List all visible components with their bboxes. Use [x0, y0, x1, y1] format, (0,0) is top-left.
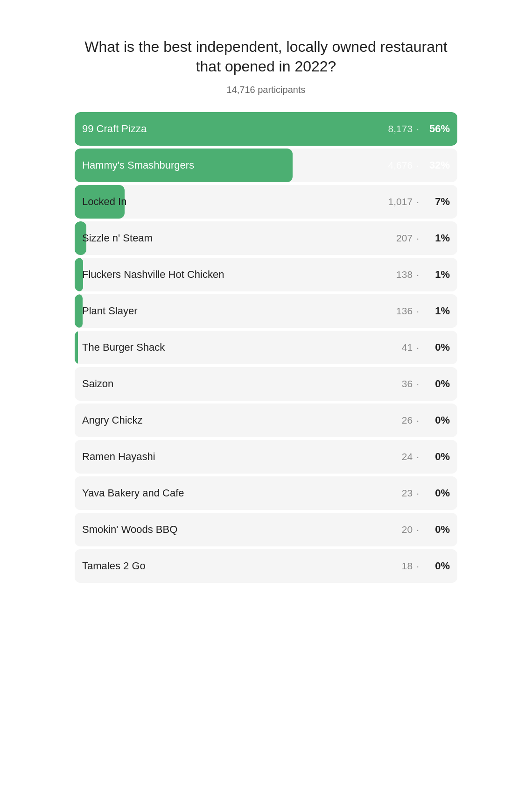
option-dot-smokin-woods: · [416, 524, 419, 535]
option-dot-locked-in: · [416, 196, 419, 207]
option-dot-99-craft-pizza: · [416, 123, 419, 135]
option-count-locked-in: 1,017 [388, 196, 413, 207]
option-pct-plant-slayer: 1% [424, 305, 450, 317]
option-name-tamales-2-go: Tamales 2 Go [82, 560, 402, 572]
poll-row-smokin-woods[interactable]: Smokin' Woods BBQ20 · 0% [75, 513, 457, 546]
option-dot-plant-slayer: · [416, 305, 419, 317]
poll-row-fluckers-nashville[interactable]: Fluckers Nashville Hot Chicken138 · 1% [75, 258, 457, 291]
option-dot-saizon: · [416, 378, 419, 389]
option-count-the-burger-shack: 41 [402, 342, 413, 353]
option-count-tamales-2-go: 18 [402, 560, 413, 572]
poll-row-plant-slayer[interactable]: Plant Slayer136 · 1% [75, 294, 457, 328]
option-count-hammys-smashburgers: 4,676 [388, 160, 413, 171]
bar-fill-the-burger-shack [75, 331, 78, 364]
poll-row-yava-bakery[interactable]: Yava Bakery and Cafe23 · 0% [75, 476, 457, 510]
option-pct-tamales-2-go: 0% [424, 560, 450, 572]
option-count-saizon: 36 [402, 378, 413, 389]
poll-title: What is the best independent, locally ow… [75, 37, 457, 76]
poll-row-the-burger-shack[interactable]: The Burger Shack41 · 0% [75, 331, 457, 364]
poll-row-tamales-2-go[interactable]: Tamales 2 Go18 · 0% [75, 549, 457, 583]
option-count-angry-chickz: 26 [402, 415, 413, 426]
option-pct-sizzle-n-steam: 1% [424, 232, 450, 244]
poll-participants: 14,716 participants [75, 85, 457, 95]
option-name-saizon: Saizon [82, 378, 402, 390]
option-pct-the-burger-shack: 0% [424, 341, 450, 354]
option-count-sizzle-n-steam: 207 [396, 233, 413, 244]
option-count-plant-slayer: 136 [396, 305, 413, 317]
option-count-99-craft-pizza: 8,173 [388, 123, 413, 135]
option-pct-yava-bakery: 0% [424, 487, 450, 499]
option-name-plant-slayer: Plant Slayer [82, 305, 396, 317]
option-dot-ramen-hayashi: · [416, 451, 419, 462]
option-name-fluckers-nashville: Fluckers Nashville Hot Chicken [82, 269, 396, 281]
option-dot-angry-chickz: · [416, 415, 419, 426]
option-pct-fluckers-nashville: 1% [424, 269, 450, 281]
option-name-angry-chickz: Angry Chickz [82, 414, 402, 426]
option-count-yava-bakery: 23 [402, 488, 413, 499]
option-name-hammys-smashburgers: Hammy's Smashburgers [82, 159, 388, 171]
option-pct-angry-chickz: 0% [424, 414, 450, 426]
option-pct-ramen-hayashi: 0% [424, 451, 450, 463]
option-name-sizzle-n-steam: Sizzle n' Steam [82, 232, 396, 244]
option-count-ramen-hayashi: 24 [402, 451, 413, 462]
option-dot-tamales-2-go: · [416, 560, 419, 572]
poll-row-saizon[interactable]: Saizon36 · 0% [75, 367, 457, 401]
option-dot-sizzle-n-steam: · [416, 233, 419, 244]
poll-row-angry-chickz[interactable]: Angry Chickz26 · 0% [75, 404, 457, 437]
option-dot-fluckers-nashville: · [416, 269, 419, 280]
option-name-yava-bakery: Yava Bakery and Cafe [82, 487, 402, 499]
option-dot-the-burger-shack: · [416, 342, 419, 353]
poll-container: What is the best independent, locally ow… [65, 19, 467, 604]
option-pct-saizon: 0% [424, 378, 450, 390]
option-name-ramen-hayashi: Ramen Hayashi [82, 451, 402, 463]
poll-row-ramen-hayashi[interactable]: Ramen Hayashi24 · 0% [75, 440, 457, 474]
option-count-fluckers-nashville: 138 [396, 269, 413, 280]
poll-row-hammys-smashburgers[interactable]: Hammy's Smashburgers4,676 · 32% [75, 149, 457, 182]
poll-row-locked-in[interactable]: Locked In1,017 · 7% [75, 185, 457, 219]
option-dot-hammys-smashburgers: · [416, 160, 419, 171]
option-dot-yava-bakery: · [416, 488, 419, 499]
option-pct-hammys-smashburgers: 32% [424, 159, 450, 171]
poll-row-sizzle-n-steam[interactable]: Sizzle n' Steam207 · 1% [75, 221, 457, 255]
option-name-99-craft-pizza: 99 Craft Pizza [82, 123, 388, 135]
poll-options-list: 99 Craft Pizza8,173 · 56%Hammy's Smashbu… [75, 112, 457, 586]
option-pct-99-craft-pizza: 56% [424, 123, 450, 135]
option-name-the-burger-shack: The Burger Shack [82, 341, 402, 354]
option-name-locked-in: Locked In [82, 196, 388, 208]
option-count-smokin-woods: 20 [402, 524, 413, 535]
option-name-smokin-woods: Smokin' Woods BBQ [82, 524, 402, 536]
option-pct-locked-in: 7% [424, 196, 450, 208]
bar-fill-plant-slayer [75, 294, 83, 328]
poll-row-99-craft-pizza[interactable]: 99 Craft Pizza8,173 · 56% [75, 112, 457, 146]
option-pct-smokin-woods: 0% [424, 524, 450, 536]
